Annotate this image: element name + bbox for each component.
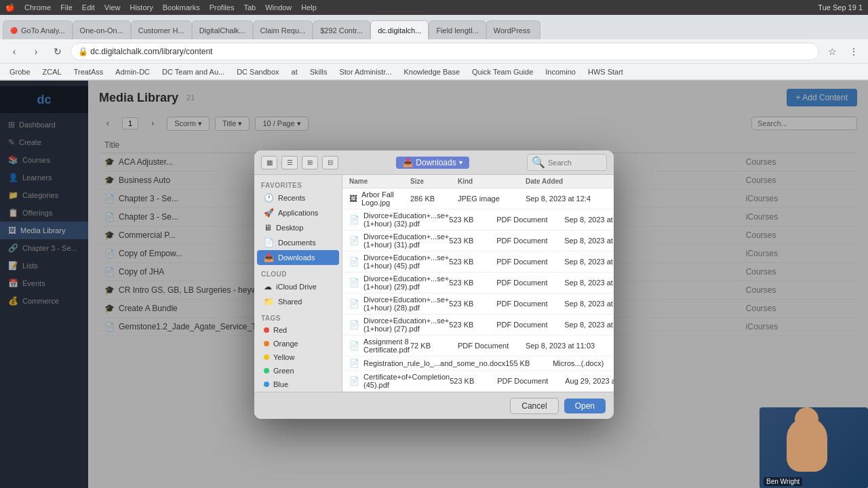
tab-3[interactable]: DigitalChalk... (192, 20, 253, 39)
favorites-section: Favorites 🕐 Recents 🚀 Applications 🖥 Des… (254, 180, 342, 265)
view-list-button[interactable]: ☰ (281, 156, 298, 169)
file-row[interactable]: 🖼 Arbor Fall Logo.jpg 286 KB JPEG image … (342, 188, 614, 209)
fp-tag-red[interactable]: Red (257, 323, 339, 337)
location-chevron-icon: ▾ (459, 159, 462, 166)
tab-2[interactable]: Customer H... (131, 20, 192, 39)
file-picker-body: Favorites 🕐 Recents 🚀 Applications 🖥 Des… (254, 175, 614, 392)
menu-window[interactable]: Window (265, 3, 292, 12)
fp-search-input[interactable] (548, 159, 602, 167)
fp-item-recents[interactable]: 🕐 Recents (257, 190, 339, 205)
apple-menu[interactable]: 🍎 (5, 3, 15, 12)
refresh-button[interactable]: ↻ (49, 43, 66, 60)
file-type-icon: 📄 (349, 299, 359, 308)
file-row[interactable]: 📄 Divorce+Education+...se+(1+hour) (29).… (342, 272, 614, 293)
bm-3[interactable]: Admin-DC (111, 66, 154, 77)
tab-7[interactable]: Field lengtl... (429, 20, 486, 39)
fp-label-icloud: iCloud Drive (276, 283, 317, 291)
bm-1[interactable]: ZCAL (39, 66, 66, 77)
address-bar[interactable]: 🔒 dc.digitalchalk.com/library/content (71, 43, 819, 60)
file-kind: PDF Document (496, 216, 564, 224)
menu-tab[interactable]: Tab (243, 3, 256, 12)
view-gallery-button[interactable]: ⊟ (322, 156, 338, 169)
bm-11[interactable]: Incomino (541, 66, 580, 77)
fp-search-box[interactable]: 🔍 (527, 154, 607, 171)
tab-8[interactable]: WordPress (486, 20, 540, 39)
main-content: dc ⊞ Dashboard ✎ Create 📚 Courses 👤 Lear… (0, 81, 868, 488)
datetime: Tue Sep 19 1 (818, 3, 863, 12)
file-kind: Micros...(.docx) (553, 359, 614, 367)
fp-item-shared[interactable]: 📁 Shared (257, 294, 339, 309)
forward-button[interactable]: › (27, 43, 45, 60)
fp-item-documents[interactable]: 📄 Documents (257, 235, 339, 250)
menu-edit[interactable]: Edit (82, 3, 95, 12)
back-button[interactable]: ‹ (5, 43, 23, 60)
fp-item-desktop[interactable]: 🖥 Desktop (257, 220, 339, 235)
bm-9[interactable]: Knowledge Base (399, 66, 464, 77)
file-type-icon: 📄 (349, 278, 359, 287)
view-icon-button[interactable]: ▦ (261, 156, 277, 169)
file-list: Name Size Kind Date Added 🖼 Arbor Fall L… (342, 175, 614, 392)
file-row[interactable]: 📄 Divorce+Education+...se+(1+hour) (28).… (342, 293, 614, 314)
cancel-button[interactable]: Cancel (510, 398, 558, 414)
file-size: 286 KB (410, 195, 458, 203)
bm-7[interactable]: Skills (306, 66, 332, 77)
tab-bar: 🔴 GoTo Analy... One-on-On... Customer H.… (0, 15, 868, 39)
menu-chrome[interactable]: Chrome (24, 3, 51, 12)
bm-6[interactable]: at (288, 66, 302, 77)
fp-tag-blue[interactable]: Blue (257, 378, 339, 391)
bm-2[interactable]: TreatAss (70, 66, 108, 77)
file-row[interactable]: 📄 Divorce+Education+...se+(1+hour) (27).… (342, 314, 614, 336)
settings-button[interactable]: ⋮ (845, 43, 863, 60)
file-row[interactable]: 📄 Divorce+Education+...se+(1+hour) (45).… (342, 251, 614, 272)
mac-status: Tue Sep 19 1 (818, 3, 863, 12)
fp-label-yellow: Yellow (273, 353, 294, 361)
fp-tag-purple[interactable]: Purple (257, 391, 339, 392)
menu-profiles[interactable]: Profiles (210, 3, 235, 12)
file-row[interactable]: 📄 Registration_rule_lo_...and_some_no.do… (342, 357, 614, 371)
file-row[interactable]: 📄 Certificate+of+Completion (45).pdf 523… (342, 371, 614, 392)
file-name-text: Divorce+Education+...se+(1+hour) (31).pd… (363, 232, 449, 249)
menu-bookmarks[interactable]: Bookmarks (163, 3, 200, 12)
bm-8[interactable]: Stor Administr... (335, 66, 395, 77)
recents-icon: 🕐 (264, 193, 274, 203)
location-badge[interactable]: 📥 Downloads ▾ (396, 157, 469, 169)
file-row[interactable]: 📄 Divorce+Education+...se+(1+hour) (31).… (342, 230, 614, 251)
file-size: 523 KB (450, 377, 497, 385)
fp-label-documents: Documents (278, 239, 316, 247)
file-date: Sep 8, 2023 at 12:44 (564, 300, 614, 308)
file-size: 523 KB (449, 321, 496, 329)
menu-file[interactable]: File (60, 3, 73, 12)
person-body (787, 418, 827, 472)
bm-4[interactable]: DC Team and Au... (158, 66, 229, 77)
file-row[interactable]: 📄 Divorce+Education+...se+(1+hour) (32).… (342, 209, 614, 230)
menu-view[interactable]: View (104, 3, 121, 12)
tab-4[interactable]: Claim Requ... (253, 20, 313, 39)
tab-5[interactable]: $292 Contr... (313, 20, 370, 39)
bm-12[interactable]: HWS Start (584, 66, 627, 77)
fp-label-blue: Blue (273, 380, 288, 388)
menu-history[interactable]: History (130, 3, 153, 12)
open-button[interactable]: Open (564, 399, 606, 413)
fp-tag-yellow[interactable]: Yellow (257, 350, 339, 364)
file-row[interactable]: 📄 Assignment 8 Certificate.pdf 72 KB PDF… (342, 336, 614, 357)
fp-item-icloud[interactable]: ☁ iCloud Drive (257, 279, 339, 294)
tab-1[interactable]: One-on-On... (73, 20, 131, 39)
bm-10[interactable]: Quick Team Guide (468, 66, 537, 77)
bm-0[interactable]: Grobe (5, 66, 35, 77)
file-name: 📄 Registration_rule_lo_...and_some_no.do… (349, 359, 505, 368)
bookmark-button[interactable]: ☆ (823, 43, 841, 60)
fp-item-applications[interactable]: 🚀 Applications (257, 205, 339, 220)
file-date: Sep 8, 2023 at 12:44 (564, 279, 614, 287)
fp-item-downloads[interactable]: 📥 Downloads (257, 250, 339, 265)
col-size: Size (410, 178, 458, 185)
menu-help[interactable]: Help (301, 3, 317, 12)
tab-0[interactable]: 🔴 GoTo Analy... (3, 20, 73, 39)
green-dot (264, 368, 269, 373)
tab-6[interactable]: dc.digitalch... (370, 20, 429, 39)
file-type-icon: 📄 (349, 236, 359, 245)
fp-tag-green[interactable]: Green (257, 364, 339, 378)
fp-label-recents: Recents (278, 194, 305, 202)
view-columns-button[interactable]: ⊞ (302, 156, 318, 169)
bm-5[interactable]: DC Sandbox (233, 66, 283, 77)
fp-tag-orange[interactable]: Orange (257, 337, 339, 350)
